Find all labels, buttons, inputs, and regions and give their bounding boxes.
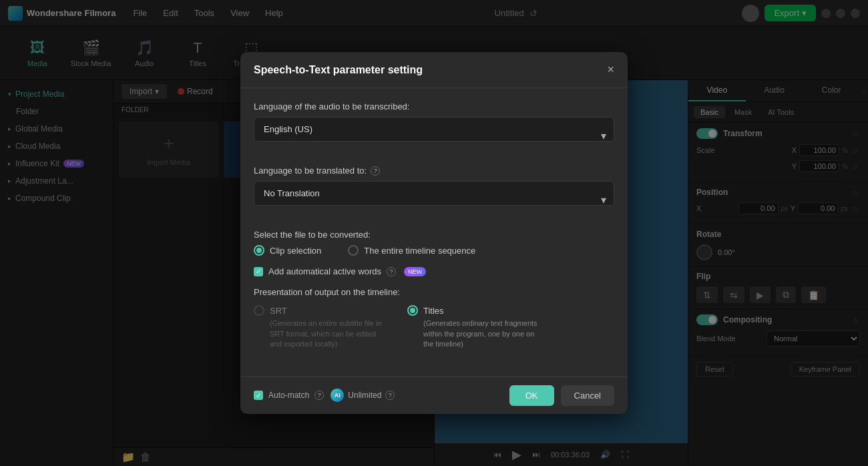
srt-radio-row: SRT — [254, 305, 387, 316]
automatch-label: Auto-match — [268, 391, 309, 400]
srt-desc: (Generates an entire subtitle file in SR… — [254, 318, 387, 349]
audio-lang-label: Language of the audio to be transcribed: — [254, 101, 614, 111]
audio-lang-select-wrapper: English (US) — [254, 117, 614, 154]
titles-desc: (Generates ordinary text fragments withi… — [407, 318, 541, 349]
add-words-checkbox[interactable]: ✓ — [254, 267, 263, 276]
audio-lang-select[interactable]: English (US) — [254, 117, 614, 142]
audio-lang-text: Language of the audio to be transcribed: — [254, 101, 409, 111]
cancel-button[interactable]: Cancel — [561, 385, 614, 406]
translate-lang-text: Language to be translated to: — [254, 166, 367, 176]
titles-radio-row: Titles — [407, 305, 541, 316]
add-words-label: Add automatical active words — [268, 266, 381, 276]
entire-timeline-label: The entire timeline sequence — [364, 246, 475, 256]
titles-radio[interactable] — [407, 305, 418, 316]
automatch-row: ✓ Auto-match ? — [254, 391, 324, 400]
clip-selection-radio[interactable] — [254, 245, 264, 256]
output-options: SRT (Generates an entire subtitle file i… — [254, 305, 614, 349]
unlimited-label: Unlimited — [348, 391, 381, 400]
speech-to-text-dialog: Speech-to-Text parameter setting × Langu… — [240, 52, 628, 413]
unlimited-row: AI Unlimited ? — [331, 389, 395, 402]
clip-selection-option[interactable]: Clip selection — [254, 245, 321, 256]
add-words-new-badge: NEW — [404, 267, 426, 276]
unlimited-help-icon[interactable]: ? — [385, 391, 395, 400]
entire-timeline-radio[interactable] — [348, 245, 359, 256]
translate-lang-label: Language to be translated to: ? — [254, 166, 614, 176]
entire-timeline-option[interactable]: The entire timeline sequence — [348, 245, 475, 256]
dialog-body: Language of the audio to be transcribed:… — [240, 88, 628, 376]
titles-option: Titles (Generates ordinary text fragment… — [407, 305, 541, 349]
translate-lang-select-wrapper: No Translation — [254, 181, 614, 218]
dialog-overlay: Speech-to-Text parameter setting × Langu… — [0, 0, 868, 466]
automatch-help-icon[interactable]: ? — [314, 391, 324, 400]
srt-radio[interactable] — [254, 305, 264, 316]
srt-option: SRT (Generates an entire subtitle file i… — [254, 305, 387, 349]
dialog-footer: ✓ Auto-match ? AI Unlimited ? OK Cancel — [240, 377, 628, 414]
ai-icon: AI — [331, 389, 344, 402]
output-label: Presentation of output on the timeline: — [254, 287, 614, 297]
titles-label: Titles — [423, 306, 444, 316]
add-words-row: ✓ Add automatical active words ? NEW — [254, 266, 614, 276]
add-words-help-icon[interactable]: ? — [387, 267, 396, 276]
dialog-close-button[interactable]: × — [607, 63, 614, 77]
translate-lang-select[interactable]: No Translation — [254, 181, 614, 206]
convert-label: Select the file to be converted: — [254, 230, 614, 240]
convert-radio-group: Clip selection The entire timeline seque… — [254, 245, 614, 256]
automatch-checkbox[interactable]: ✓ — [254, 391, 263, 400]
clip-selection-label: Clip selection — [270, 246, 321, 256]
dialog-header: Speech-to-Text parameter setting × — [240, 52, 628, 88]
dialog-title: Speech-to-Text parameter setting — [254, 64, 423, 76]
ok-button[interactable]: OK — [509, 385, 554, 406]
srt-label: SRT — [270, 306, 287, 316]
translate-help-icon[interactable]: ? — [371, 166, 380, 176]
